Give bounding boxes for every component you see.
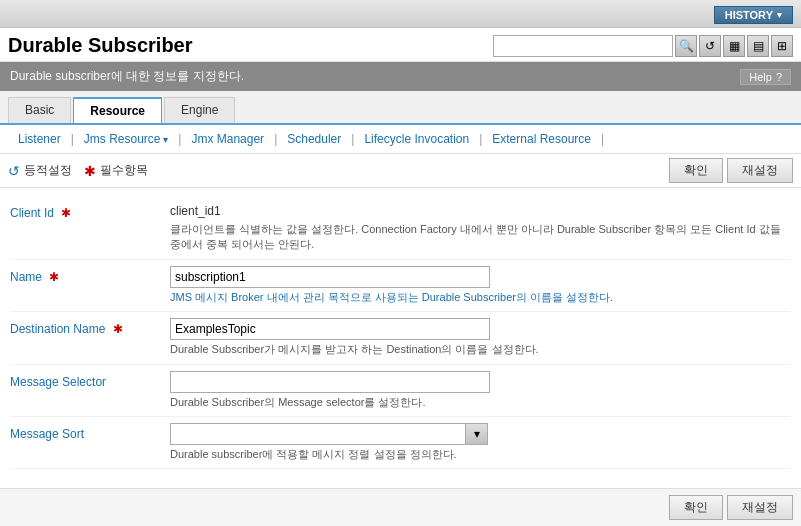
tab-basic[interactable]: Basic: [8, 97, 71, 123]
required-label: 필수항목: [100, 162, 148, 179]
required-star-name: ✱: [49, 270, 59, 284]
content-message-selector: Durable Subscriber의 Message selector를 설정…: [170, 371, 791, 410]
sep-2: |: [176, 132, 183, 146]
label-destination-name: Destination Name ✱: [10, 318, 170, 336]
sub-nav: Listener | Jms Resource | Jmx Manager | …: [0, 125, 801, 154]
select-container-message-sort: ▾: [170, 423, 791, 445]
tab-bar: Basic Resource Engine: [0, 91, 801, 125]
search-button[interactable]: 🔍: [675, 35, 697, 57]
search-bar: 🔍 ↺ ▦ ▤ ⊞: [493, 35, 793, 57]
subnav-scheduler[interactable]: Scheduler: [279, 130, 349, 148]
toolbar-left: ↺ 등적설정 ✱ 필수항목: [8, 162, 148, 179]
form-row-name: Name ✱ JMS 메시지 Broker 내에서 관리 목적으로 사용되는 D…: [10, 260, 791, 312]
subnav-lifecycle-invocation[interactable]: Lifecycle Invocation: [356, 130, 477, 148]
form-section: Client Id ✱ client_id1 클라이언트를 식별하는 값을 설정…: [0, 188, 801, 477]
required-indicator: ✱ 필수항목: [84, 162, 148, 179]
confirm-button-top[interactable]: 확인: [669, 158, 723, 183]
sep-3: |: [272, 132, 279, 146]
form-row-message-sort: Message Sort ▾ Durable subscriber에 적용할 메…: [10, 417, 791, 469]
help-icon: ?: [776, 71, 782, 83]
header-bar: HISTORY ▾: [0, 0, 801, 28]
help-button[interactable]: Help ?: [740, 69, 791, 85]
subnav-jmx-manager[interactable]: Jmx Manager: [183, 130, 272, 148]
sep-1: |: [69, 132, 76, 146]
content-message-sort: ▾ Durable subscriber에 적용할 메시지 정렬 설정을 정의한…: [170, 423, 791, 462]
subnav-external-resource[interactable]: External Resource: [484, 130, 599, 148]
required-star-dest: ✱: [113, 322, 123, 336]
input-name[interactable]: [170, 266, 490, 288]
desc-name: JMS 메시지 Broker 내에서 관리 목적으로 사용되는 Durable …: [170, 290, 791, 305]
description-bar: Durable subscriber에 대한 정보를 지정한다. Help ?: [0, 62, 801, 91]
page-title-bar: Durable Subscriber 🔍 ↺ ▦ ▤ ⊞: [0, 28, 801, 62]
tab-engine[interactable]: Engine: [164, 97, 235, 123]
history-label: HISTORY: [725, 9, 773, 21]
label-message-selector: Message Selector: [10, 371, 170, 389]
grid-button-1[interactable]: ▦: [723, 35, 745, 57]
required-star-client-id: ✱: [61, 206, 71, 220]
grid-button-2[interactable]: ▤: [747, 35, 769, 57]
desc-destination-name: Durable Subscriber가 메시지를 받고자 하는 Destinat…: [170, 342, 791, 357]
register-setting[interactable]: ↺ 등적설정: [8, 162, 72, 179]
history-arrow: ▾: [777, 10, 782, 20]
toolbar-right: 확인 재설정: [669, 158, 793, 183]
content-destination-name: Durable Subscriber가 메시지를 받고자 하는 Destinat…: [170, 318, 791, 357]
grid-button-3[interactable]: ⊞: [771, 35, 793, 57]
input-destination-name[interactable]: [170, 318, 490, 340]
input-message-selector[interactable]: [170, 371, 490, 393]
help-label: Help: [749, 71, 772, 83]
select-arrow-message-sort[interactable]: ▾: [466, 423, 488, 445]
toolbar: ↺ 등적설정 ✱ 필수항목 확인 재설정: [0, 154, 801, 188]
form-row-destination-name: Destination Name ✱ Durable Subscriber가 메…: [10, 312, 791, 364]
register-label: 등적설정: [24, 162, 72, 179]
subnav-listener[interactable]: Listener: [10, 130, 69, 148]
label-client-id: Client Id ✱: [10, 202, 170, 220]
refresh-button[interactable]: ↺: [699, 35, 721, 57]
desc-message-sort: Durable subscriber에 적용할 메시지 정렬 설정을 정의한다.: [170, 447, 791, 462]
subnav-jms-resource[interactable]: Jms Resource: [76, 130, 176, 148]
label-message-sort: Message Sort: [10, 423, 170, 441]
value-client-id: client_id1: [170, 202, 791, 220]
form-row-client-id: Client Id ✱ client_id1 클라이언트를 식별하는 값을 설정…: [10, 196, 791, 260]
label-name: Name ✱: [10, 266, 170, 284]
required-icon: ✱: [84, 163, 96, 179]
form-row-message-selector: Message Selector Durable Subscriber의 Mes…: [10, 365, 791, 417]
sep-5: |: [477, 132, 484, 146]
reset-button-top[interactable]: 재설정: [727, 158, 793, 183]
desc-message-selector: Durable Subscriber의 Message selector를 설정…: [170, 395, 791, 410]
description-text: Durable subscriber에 대한 정보를 지정한다.: [10, 68, 244, 85]
content-name: JMS 메시지 Broker 내에서 관리 목적으로 사용되는 Durable …: [170, 266, 791, 305]
register-icon: ↺: [8, 163, 20, 179]
content-client-id: client_id1 클라이언트를 식별하는 값을 설정한다. Connecti…: [170, 202, 791, 253]
page-title: Durable Subscriber: [8, 34, 193, 57]
tab-resource[interactable]: Resource: [73, 97, 162, 123]
search-input[interactable]: [493, 35, 673, 57]
sep-6: |: [599, 132, 606, 146]
select-message-sort[interactable]: [170, 423, 466, 445]
desc-client-id: 클라이언트를 식별하는 값을 설정한다. Connection Factory …: [170, 222, 791, 253]
sep-4: |: [349, 132, 356, 146]
history-button[interactable]: HISTORY ▾: [714, 6, 793, 24]
